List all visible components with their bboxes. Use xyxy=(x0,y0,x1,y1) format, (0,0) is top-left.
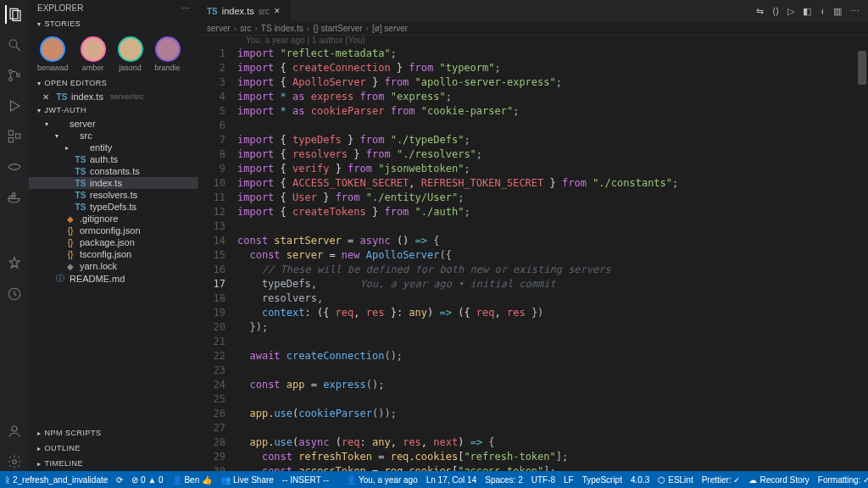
activity-settings-icon[interactable] xyxy=(5,452,24,471)
section-jwt-auth[interactable]: JWT-AUTH xyxy=(29,103,198,118)
file-tree-item[interactable]: TSresolvers.ts xyxy=(29,189,198,201)
status-formatting[interactable]: Formatting: ✓ xyxy=(818,475,868,485)
status-branch[interactable]: ᚱ 2_refresh_and_invalidate xyxy=(5,475,108,485)
activity-scm-icon[interactable] xyxy=(5,66,24,85)
svg-line-3 xyxy=(16,47,20,51)
section-timeline[interactable]: TIMELINE xyxy=(29,456,198,471)
compare-icon[interactable]: ⇋ xyxy=(756,6,764,17)
tab-index-ts[interactable]: TS index.ts src ✕ xyxy=(198,0,290,22)
status-user[interactable]: 👤 Ben 👍 xyxy=(172,475,212,485)
file-tree-item[interactable]: ◆yarn.lock xyxy=(29,260,198,272)
status-eol[interactable]: LF xyxy=(564,475,574,485)
activity-debug-icon[interactable] xyxy=(5,97,24,115)
status-language[interactable]: TypeScript xyxy=(582,475,622,485)
file-tree-item[interactable]: {}tsconfig.json xyxy=(29,248,198,260)
status-liveshare[interactable]: 👥 Live Share xyxy=(220,475,274,485)
file-blame: You, a year ago | 1 author (You) xyxy=(198,36,868,47)
code-editor[interactable]: 1import "reflect-metadata";2import { cre… xyxy=(198,47,868,471)
story-avatar[interactable]: brandie xyxy=(155,36,181,72)
section-npm-scripts[interactable]: NPM SCRIPTS xyxy=(29,425,198,441)
svg-point-2 xyxy=(9,40,17,47)
activity-explorer-icon[interactable] xyxy=(5,5,24,24)
scrollbar-vertical[interactable] xyxy=(858,51,866,85)
status-tsver[interactable]: 4.0.3 xyxy=(631,475,649,485)
status-spaces[interactable]: Spaces: 2 xyxy=(485,475,522,485)
file-tree-item[interactable]: ▾server xyxy=(29,118,198,130)
file-tree-item[interactable]: TStypeDefs.ts xyxy=(29,201,198,213)
story-avatar[interactable]: benawad xyxy=(37,36,69,72)
status-bar: ᚱ 2_refresh_and_invalidate ⟳ ⊘ 0 ▲ 0 👤 B… xyxy=(0,471,868,488)
activity-search-icon[interactable] xyxy=(5,36,24,54)
status-prettier[interactable]: Prettier: ✓ xyxy=(702,475,741,485)
open-editor-item[interactable]: ✕TSindex.tsserver/src xyxy=(29,91,198,103)
story-avatar[interactable]: amber xyxy=(81,36,106,72)
svg-marker-7 xyxy=(11,101,20,111)
activity-account-icon[interactable] xyxy=(5,422,24,441)
activity-docker-icon[interactable] xyxy=(5,188,24,207)
split-icon[interactable]: ◧ xyxy=(803,6,811,17)
file-tree-item[interactable]: TSindex.ts xyxy=(29,177,198,189)
file-tree-item[interactable]: {}ormconfig.json xyxy=(29,225,198,236)
svg-point-16 xyxy=(13,460,17,464)
svg-rect-13 xyxy=(13,193,15,196)
breadcrumb-item[interactable]: src xyxy=(240,24,251,33)
run-icon[interactable]: ▷ xyxy=(787,6,794,17)
status-encoding[interactable]: UTF-8 xyxy=(531,475,555,485)
file-tree-item[interactable]: TSconstants.ts xyxy=(29,165,198,177)
sidebar-title: EXPLORER xyxy=(37,3,83,13)
tab-label: index.ts xyxy=(222,6,254,16)
goto-icon[interactable]: ⟨⟩ xyxy=(772,6,779,17)
status-record[interactable]: ☁ Record Story xyxy=(748,475,809,485)
svg-rect-8 xyxy=(8,130,13,135)
activity-remote-icon[interactable] xyxy=(5,158,24,176)
file-tree-item[interactable]: ▾src xyxy=(29,130,198,141)
layout-icon[interactable]: ▥ xyxy=(833,6,842,17)
story-avatar[interactable]: jasond xyxy=(118,36,143,72)
status-sync[interactable]: ⟳ xyxy=(116,475,123,485)
breadcrumb[interactable]: server›src›TS index.ts›{} startServer›[ø… xyxy=(198,22,868,36)
svg-point-6 xyxy=(17,74,20,77)
breadcrumb-item[interactable]: server xyxy=(207,24,231,33)
svg-point-15 xyxy=(12,426,17,431)
activity-bar xyxy=(0,0,29,471)
activity-extensions-icon[interactable] xyxy=(5,127,24,146)
sidebar: EXPLORER ⋯ STORIES benawadamberjasondbra… xyxy=(29,0,198,471)
more-icon[interactable]: ⋯ xyxy=(181,3,190,13)
status-blame[interactable]: 👤 You, a year ago xyxy=(346,475,418,485)
section-open-editors[interactable]: OPEN EDITORS xyxy=(29,75,198,91)
ts-icon: TS xyxy=(207,7,218,16)
file-tree-item[interactable]: TSauth.ts xyxy=(29,153,198,165)
close-icon[interactable]: ✕ xyxy=(42,92,53,102)
file-tree-item[interactable]: {}package.json xyxy=(29,236,198,248)
more-actions-icon[interactable]: ⋯ xyxy=(850,6,860,17)
svg-rect-10 xyxy=(16,134,20,138)
breadcrumb-item[interactable]: TS index.ts xyxy=(261,24,303,33)
breadcrumb-item[interactable]: [ø] server xyxy=(372,24,408,33)
svg-point-4 xyxy=(9,70,13,74)
editor-group: TS index.ts src ✕ ⇋ ⟨⟩ ▷ ◧ ⫞ ▥ ⋯ server›… xyxy=(198,0,868,471)
breadcrumb-item[interactable]: {} startServer xyxy=(313,24,362,33)
status-errors[interactable]: ⊘ 0 ▲ 0 xyxy=(131,475,163,485)
section-stories[interactable]: STORIES xyxy=(29,16,198,31)
activity-misc-icon[interactable] xyxy=(5,285,24,303)
section-outline[interactable]: OUTLINE xyxy=(29,441,198,456)
activity-test-icon[interactable] xyxy=(5,254,24,273)
status-position[interactable]: Ln 17, Col 14 xyxy=(426,475,477,485)
svg-rect-9 xyxy=(8,138,13,142)
file-tree-item[interactable]: ▸entity xyxy=(29,141,198,153)
close-icon[interactable]: ✕ xyxy=(274,7,281,15)
status-mode: -- INSERT -- xyxy=(282,475,329,485)
status-eslint[interactable]: ⬡ ESLint xyxy=(658,475,693,485)
tab-bar: TS index.ts src ✕ ⇋ ⟨⟩ ▷ ◧ ⫞ ▥ ⋯ xyxy=(198,0,868,22)
file-tree-item[interactable]: ⓘREADME.md xyxy=(29,272,198,286)
svg-point-5 xyxy=(9,78,13,81)
file-tree-item[interactable]: ◆.gitignore xyxy=(29,213,198,225)
split-right-icon[interactable]: ⫞ xyxy=(820,6,825,16)
